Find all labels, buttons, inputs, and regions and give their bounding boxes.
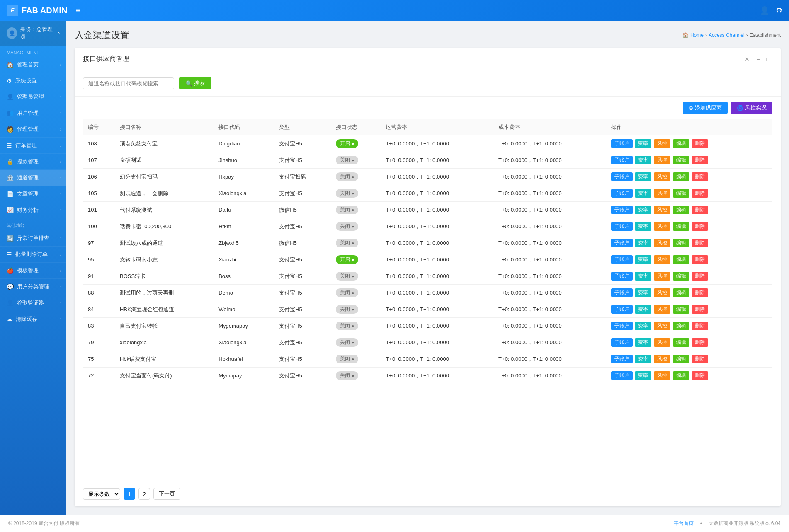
next-page-button[interactable]: 下一页 [153, 488, 180, 500]
delete-button[interactable]: 删除 [692, 255, 708, 264]
status-off[interactable]: 关闭 ● [336, 371, 358, 380]
page-1-button[interactable]: 1 [124, 488, 135, 500]
card-close-btn[interactable]: ✕ [742, 55, 752, 63]
sub-account-button[interactable]: 子账户 [611, 288, 633, 297]
risk-button[interactable]: 风控 [654, 338, 670, 347]
sidebar-item-orders[interactable]: ☰ 订单管理 › [0, 138, 66, 154]
rate-button[interactable]: 费率 [635, 305, 651, 314]
status-off[interactable]: 关闭 ● [336, 156, 358, 164]
sidebar-item-admin[interactable]: 👤 管理员管理 › [0, 89, 66, 105]
sidebar-item-channel[interactable]: 🏦 通道管理 › [0, 170, 66, 186]
edit-button[interactable]: 编辑 [673, 322, 689, 330]
sidebar-item-home[interactable]: 🏠 管理首页 › [0, 57, 66, 73]
delete-button[interactable]: 删除 [692, 305, 708, 314]
rate-button[interactable]: 费率 [635, 206, 651, 214]
rate-button[interactable]: 费率 [635, 156, 651, 164]
sidebar-item-classify[interactable]: 💬 用户分类管理 › [0, 279, 66, 295]
sub-account-button[interactable]: 子账户 [611, 239, 633, 247]
rate-button[interactable]: 费率 [635, 189, 651, 198]
sidebar-item-docs[interactable]: 📄 文章管理 › [0, 186, 66, 202]
status-off[interactable]: 关闭 ● [336, 288, 358, 297]
breadcrumb-home[interactable]: Home [690, 32, 704, 38]
user-icon[interactable]: 👤 [760, 6, 769, 15]
delete-button[interactable]: 删除 [692, 206, 708, 214]
rate-button[interactable]: 费率 [635, 371, 651, 380]
sidebar-item-template[interactable]: 🍎 模板管理 › [0, 263, 66, 279]
risk-button[interactable]: 风控 [654, 239, 670, 247]
delete-button[interactable]: 删除 [692, 172, 708, 181]
risk-button[interactable]: 风控 [654, 255, 670, 264]
sub-account-button[interactable]: 子账户 [611, 322, 633, 330]
rate-button[interactable]: 费率 [635, 355, 651, 363]
risk-button[interactable]: 风控 [654, 322, 670, 330]
sidebar-item-batch[interactable]: ☰ 批量删除订单 › [0, 247, 66, 263]
risk-button[interactable]: 风控 [654, 371, 670, 380]
sidebar-user[interactable]: 👤 身份：总管理员 › [0, 21, 66, 46]
sub-account-button[interactable]: 子账户 [611, 272, 633, 281]
delete-button[interactable]: 删除 [692, 156, 708, 164]
edit-button[interactable]: 编辑 [673, 272, 689, 281]
sub-account-button[interactable]: 子账户 [611, 139, 633, 148]
risk-monitor-button[interactable]: 🌀 风控实况 [731, 102, 772, 114]
sidebar-item-users[interactable]: 👥 用户管理 › [0, 105, 66, 121]
status-off[interactable]: 关闭 ● [336, 305, 358, 314]
status-on[interactable]: 开启 ● [336, 255, 358, 264]
risk-button[interactable]: 风控 [654, 305, 670, 314]
rate-button[interactable]: 费率 [635, 338, 651, 347]
edit-button[interactable]: 编辑 [673, 288, 689, 297]
delete-button[interactable]: 删除 [692, 355, 708, 363]
risk-button[interactable]: 风控 [654, 172, 670, 181]
menu-icon[interactable]: ≡ [75, 6, 80, 15]
rate-button[interactable]: 费率 [635, 255, 651, 264]
sub-account-button[interactable]: 子账户 [611, 305, 633, 314]
sub-account-button[interactable]: 子账户 [611, 222, 633, 231]
breadcrumb-access-channel[interactable]: Access Channel [709, 32, 745, 38]
delete-button[interactable]: 删除 [692, 189, 708, 198]
edit-button[interactable]: 编辑 [673, 139, 689, 148]
edit-button[interactable]: 编辑 [673, 338, 689, 347]
status-off[interactable]: 关闭 ● [336, 272, 358, 281]
rate-button[interactable]: 费率 [635, 139, 651, 148]
edit-button[interactable]: 编辑 [673, 371, 689, 380]
status-off[interactable]: 关闭 ● [336, 206, 358, 214]
delete-button[interactable]: 删除 [692, 371, 708, 380]
delete-button[interactable]: 删除 [692, 139, 708, 148]
risk-button[interactable]: 风控 [654, 355, 670, 363]
card-expand-btn[interactable]: □ [764, 55, 772, 63]
status-off[interactable]: 关闭 ● [336, 189, 358, 198]
platform-link[interactable]: 平台首页 [674, 520, 694, 527]
edit-button[interactable]: 编辑 [673, 222, 689, 231]
per-page-select[interactable]: 显示条数 10 20 50 [83, 488, 120, 500]
rate-button[interactable]: 费率 [635, 239, 651, 247]
sub-account-button[interactable]: 子账户 [611, 189, 633, 198]
edit-button[interactable]: 编辑 [673, 355, 689, 363]
edit-button[interactable]: 编辑 [673, 239, 689, 247]
sidebar-item-abnormal[interactable]: 🔄 异常订单排查 › [0, 230, 66, 247]
status-off[interactable]: 关闭 ● [336, 172, 358, 181]
delete-button[interactable]: 删除 [692, 288, 708, 297]
edit-button[interactable]: 编辑 [673, 172, 689, 181]
card-minimize-btn[interactable]: − [754, 55, 762, 63]
status-off[interactable]: 关闭 ● [336, 239, 358, 247]
sub-account-button[interactable]: 子账户 [611, 255, 633, 264]
sidebar-item-agents[interactable]: 🧑 代理管理 › [0, 121, 66, 138]
delete-button[interactable]: 删除 [692, 222, 708, 231]
rate-button[interactable]: 费率 [635, 222, 651, 231]
rate-button[interactable]: 费率 [635, 272, 651, 281]
status-off[interactable]: 关闭 ● [336, 322, 358, 330]
sub-account-button[interactable]: 子账户 [611, 338, 633, 347]
search-input[interactable] [83, 77, 174, 89]
status-off[interactable]: 关闭 ● [336, 355, 358, 363]
edit-button[interactable]: 编辑 [673, 255, 689, 264]
sub-account-button[interactable]: 子账户 [611, 172, 633, 181]
search-button[interactable]: 🔍 搜索 [179, 77, 211, 89]
sub-account-button[interactable]: 子账户 [611, 371, 633, 380]
risk-button[interactable]: 风控 [654, 288, 670, 297]
sub-account-button[interactable]: 子账户 [611, 355, 633, 363]
risk-button[interactable]: 风控 [654, 222, 670, 231]
edit-button[interactable]: 编辑 [673, 305, 689, 314]
edit-button[interactable]: 编辑 [673, 206, 689, 214]
sidebar-item-system[interactable]: ⚙ 系统设置 › [0, 73, 66, 89]
sub-account-button[interactable]: 子账户 [611, 156, 633, 164]
status-off[interactable]: 关闭 ● [336, 222, 358, 231]
